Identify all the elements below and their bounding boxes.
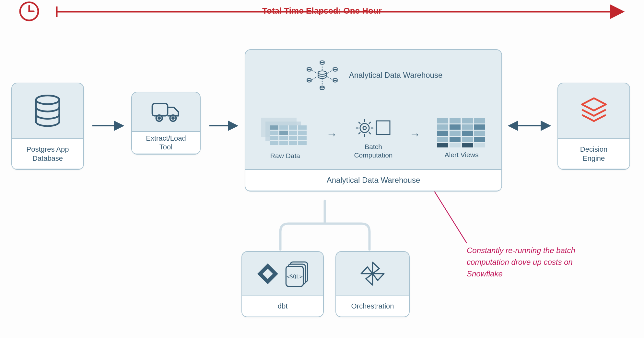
svg-rect-57 xyxy=(437,118,448,123)
node-extract-load-tool-label: Extract/Load Tool xyxy=(132,131,200,153)
svg-line-52 xyxy=(369,122,370,123)
svg-rect-74 xyxy=(462,143,473,147)
warehouse-step-raw-data: Raw Data xyxy=(261,118,310,160)
svg-marker-77 xyxy=(582,98,605,111)
database-icon xyxy=(33,94,62,128)
svg-rect-33 xyxy=(289,131,297,135)
svg-rect-69 xyxy=(437,131,448,136)
arrow-icon: → xyxy=(326,128,337,141)
svg-rect-71 xyxy=(450,137,461,142)
svg-point-19 xyxy=(320,86,324,88)
svg-point-21 xyxy=(307,78,311,80)
truck-icon xyxy=(151,100,181,124)
pinwheel-icon xyxy=(359,260,386,287)
svg-point-46 xyxy=(363,126,366,130)
cost-annotation: Constantly re-running the batch computat… xyxy=(467,245,606,280)
svg-rect-41 xyxy=(289,141,297,145)
warehouse-step-batch-computation-label: Batch Computation xyxy=(354,143,392,160)
svg-rect-76 xyxy=(474,143,485,147)
node-decision-engine-label: Decision Engine xyxy=(558,138,629,169)
svg-rect-64 xyxy=(474,131,485,136)
svg-rect-65 xyxy=(437,137,448,142)
node-decision-engine: Decision Engine xyxy=(557,83,630,170)
svg-rect-75 xyxy=(450,143,461,147)
svg-rect-59 xyxy=(462,118,473,123)
svg-rect-6 xyxy=(152,103,168,116)
warehouse-step-alert-views: Alert Views xyxy=(437,118,486,159)
sql-badge-text: SQL xyxy=(290,274,299,280)
svg-rect-63 xyxy=(450,131,461,136)
svg-rect-30 xyxy=(298,125,307,130)
warehouse-network-icon xyxy=(304,60,340,90)
svg-rect-43 xyxy=(270,125,278,130)
svg-rect-67 xyxy=(450,124,461,130)
warehouse-step-batch-computation: Batch Computation xyxy=(354,118,392,160)
svg-rect-40 xyxy=(279,141,288,145)
svg-rect-55 xyxy=(376,121,390,134)
svg-rect-39 xyxy=(270,141,278,145)
svg-rect-42 xyxy=(298,141,307,145)
dbt-icon xyxy=(255,261,281,287)
arrow-icon: → xyxy=(409,128,420,141)
warehouse-step-alert-views-label: Alert Views xyxy=(445,151,479,159)
svg-rect-38 xyxy=(298,136,307,140)
svg-rect-68 xyxy=(474,124,485,130)
svg-point-10 xyxy=(172,117,174,119)
svg-point-5 xyxy=(36,95,59,104)
layers-icon xyxy=(579,96,609,126)
node-dbt-label: dbt xyxy=(242,296,323,316)
svg-rect-44 xyxy=(279,131,288,135)
svg-line-51 xyxy=(359,122,360,123)
warehouse-step-raw-data-label: Raw Data xyxy=(270,152,300,160)
timeline-label: Total Time Elapsed: One Hour xyxy=(0,6,644,16)
svg-point-18 xyxy=(320,61,324,63)
node-analytical-data-warehouse-label: Analytical Data Warehouse xyxy=(245,169,501,190)
svg-rect-36 xyxy=(279,136,288,140)
gear-box-icon xyxy=(356,118,391,139)
svg-text:<SQL>: <SQL> xyxy=(287,274,303,280)
node-extract-load-tool: Extract/Load Tool xyxy=(131,92,201,155)
svg-rect-29 xyxy=(289,125,297,130)
svg-point-11 xyxy=(318,71,326,75)
node-analytical-data-warehouse: Analytical Data Warehouse xyxy=(245,49,502,192)
svg-point-23 xyxy=(333,78,337,80)
svg-rect-72 xyxy=(474,137,485,142)
svg-rect-66 xyxy=(462,137,473,142)
svg-point-20 xyxy=(307,68,311,69)
node-postgres-database: Postgres App Database xyxy=(11,83,84,170)
svg-point-45 xyxy=(360,123,369,133)
node-orchestration-label: Orchestration xyxy=(336,296,409,316)
svg-point-22 xyxy=(333,68,337,69)
svg-rect-73 xyxy=(437,143,448,147)
warehouse-header: Analytical Data Warehouse xyxy=(245,60,501,90)
svg-rect-70 xyxy=(462,131,473,136)
node-orchestration: Orchestration xyxy=(335,251,410,317)
svg-rect-37 xyxy=(289,136,297,140)
svg-line-54 xyxy=(369,133,370,134)
sql-files-icon: <SQL> xyxy=(285,261,310,287)
svg-rect-35 xyxy=(270,136,278,140)
svg-point-78 xyxy=(266,272,270,275)
svg-line-53 xyxy=(359,133,360,134)
svg-rect-28 xyxy=(279,125,288,130)
svg-rect-34 xyxy=(298,131,307,135)
alert-views-table-icon xyxy=(437,118,486,147)
svg-rect-62 xyxy=(462,124,473,130)
node-postgres-database-label: Postgres App Database xyxy=(12,138,83,169)
bracket-tools-to-dwh xyxy=(280,201,369,250)
svg-rect-31 xyxy=(270,131,278,135)
node-dbt: <SQL> dbt xyxy=(241,251,324,317)
svg-point-9 xyxy=(158,117,160,119)
svg-rect-60 xyxy=(474,118,485,123)
svg-rect-61 xyxy=(437,124,448,130)
raw-data-tables-icon xyxy=(261,118,310,148)
warehouse-header-label: Analytical Data Warehouse xyxy=(349,71,443,80)
svg-rect-58 xyxy=(450,118,461,123)
